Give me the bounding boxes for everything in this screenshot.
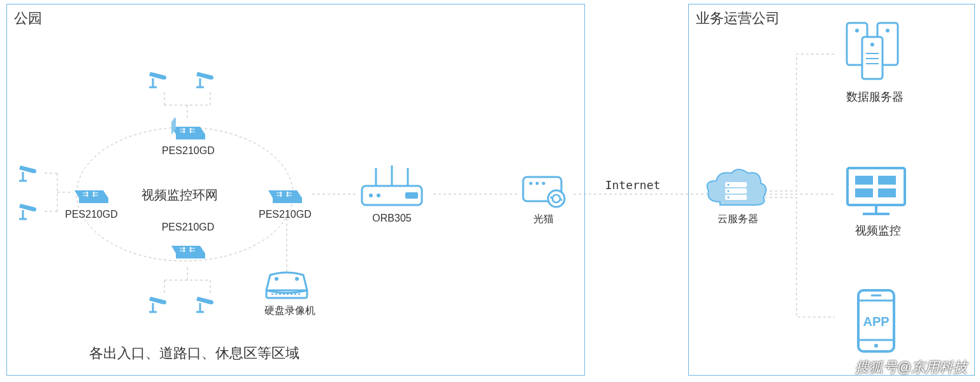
switch-top-label: PES210GD	[162, 145, 213, 157]
watermark: 搜狐号@东用科技	[855, 358, 967, 377]
camera-icon	[195, 67, 220, 90]
monitor-icon	[841, 163, 911, 220]
bottom-caption: 各出入口、道路口、休息区等区域	[89, 344, 299, 363]
switch-bottom-label: PES210GD	[159, 222, 217, 233]
svg-point-61	[728, 197, 730, 199]
svg-rect-74	[855, 188, 873, 197]
modem-label: 光猫	[528, 213, 559, 226]
switch-icon-top	[168, 118, 206, 143]
svg-point-44	[369, 194, 373, 197]
svg-point-25	[210, 76, 213, 80]
nvr-icon	[261, 271, 312, 303]
svg-point-65	[855, 29, 859, 32]
camera-icon	[18, 199, 43, 222]
app-text: APP	[863, 315, 889, 329]
switch-icon-bottom	[168, 237, 206, 262]
camera-icon	[18, 160, 43, 183]
svg-point-66	[886, 29, 890, 32]
svg-point-52	[530, 182, 533, 185]
svg-point-59	[728, 184, 730, 186]
svg-point-37	[32, 208, 36, 211]
camera-icon	[195, 292, 220, 315]
svg-point-48	[275, 277, 278, 281]
router-icon	[357, 164, 427, 210]
svg-rect-21	[273, 198, 302, 203]
svg-point-81	[874, 344, 878, 348]
switch-left-label: PES210GD	[65, 209, 116, 220]
svg-rect-71	[847, 168, 905, 205]
data-server-label: 数据服务器	[840, 89, 910, 104]
internet-label: Internet	[604, 178, 661, 192]
svg-point-34	[32, 169, 36, 173]
svg-point-45	[377, 194, 380, 197]
svg-rect-72	[855, 176, 873, 185]
svg-rect-17	[176, 134, 205, 139]
company-title: 业务运营公司	[696, 9, 780, 28]
modem-icon	[519, 173, 569, 211]
ring-label: 视频监控环网	[141, 187, 218, 204]
svg-rect-75	[878, 188, 896, 197]
cloud-icon	[701, 167, 771, 218]
svg-point-60	[728, 190, 730, 192]
park-title: 公园	[14, 9, 42, 28]
svg-rect-46	[405, 192, 418, 199]
camera-icon	[148, 67, 173, 90]
nvr-label: 硬盘录像机	[258, 304, 322, 318]
router-label: ORB305	[370, 213, 414, 224]
svg-rect-20	[176, 253, 205, 258]
svg-point-49	[295, 277, 299, 281]
app-phone-icon: APP	[851, 286, 902, 357]
switch-icon-left	[71, 181, 110, 207]
server-icon	[838, 18, 908, 88]
switch-right-label: PES210GD	[259, 209, 310, 220]
monitor-label: 视频监控	[846, 223, 910, 238]
svg-rect-73	[878, 176, 896, 185]
switch-icon-right	[265, 181, 303, 207]
svg-point-22	[162, 76, 166, 80]
svg-point-55	[548, 190, 565, 207]
cloud-label: 云服务器	[712, 213, 763, 226]
svg-point-53	[536, 182, 539, 185]
svg-point-31	[210, 301, 213, 304]
svg-point-67	[870, 43, 874, 46]
svg-rect-19	[79, 198, 108, 203]
camera-icon	[148, 292, 173, 315]
svg-point-28	[162, 301, 166, 304]
svg-point-54	[542, 182, 545, 185]
